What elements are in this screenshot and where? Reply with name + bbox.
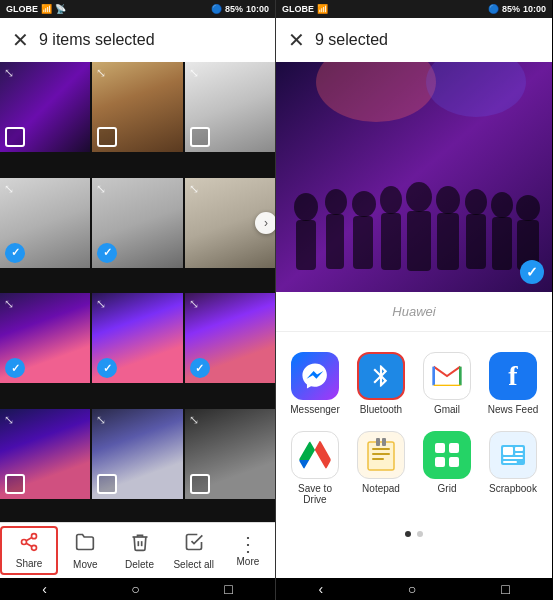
bluetooth-label: Bluetooth: [360, 404, 402, 415]
right-recents-button[interactable]: □: [501, 581, 509, 597]
expand-icon-9: ⤡: [189, 297, 199, 311]
right-toolbar: ✕ 9 selected: [276, 18, 552, 62]
svg-point-10: [325, 189, 347, 215]
photo-cell-1[interactable]: ⤡: [0, 62, 90, 152]
nav-select-all[interactable]: Select all: [167, 528, 221, 574]
app-newsfeed[interactable]: f News Feed: [480, 344, 546, 423]
right-carrier: GLOBE: [282, 4, 314, 14]
app-notepad[interactable]: Notepad: [348, 423, 414, 513]
photo-cell-7[interactable]: ⤡: [0, 293, 90, 383]
checkbox-2[interactable]: [97, 127, 117, 147]
more-label: More: [237, 556, 260, 567]
left-battery: 85%: [225, 4, 243, 14]
svg-rect-19: [437, 213, 459, 270]
checkbox-3[interactable]: [190, 127, 210, 147]
right-back-button[interactable]: ‹: [318, 581, 323, 597]
left-close-button[interactable]: ✕: [12, 28, 29, 52]
svg-rect-26: [368, 442, 394, 470]
expand-icon-1: ⤡: [4, 66, 14, 80]
right-selection-title: 9 selected: [315, 31, 540, 49]
checkbox-11[interactable]: [97, 474, 117, 494]
svg-rect-21: [466, 214, 486, 269]
svg-point-20: [465, 189, 487, 215]
right-bluetooth-icon: 🔵: [488, 4, 499, 14]
app-save-drive[interactable]: Save to Drive: [282, 423, 348, 513]
left-toolbar: ✕ 9 items selected: [0, 18, 275, 62]
app-bluetooth[interactable]: Bluetooth: [348, 344, 414, 423]
svg-point-22: [491, 192, 513, 218]
photo-cell-3[interactable]: ⤡: [185, 62, 275, 152]
expand-icon-2: ⤡: [96, 66, 106, 80]
svg-point-24: [516, 195, 540, 221]
left-carrier: GLOBE: [6, 4, 38, 14]
gmail-label: Gmail: [434, 404, 460, 415]
checkbox-9[interactable]: [190, 358, 210, 378]
photo-cell-10[interactable]: ⤡: [0, 409, 90, 499]
svg-rect-13: [353, 216, 373, 269]
svg-point-12: [352, 191, 376, 217]
expand-icon-4: ⤡: [4, 182, 14, 196]
left-bluetooth-icon: 🔵: [211, 4, 222, 14]
expand-icon-7: ⤡: [4, 297, 14, 311]
photo-cell-4[interactable]: ⤡: [0, 178, 90, 268]
right-close-button[interactable]: ✕: [288, 28, 305, 52]
large-photo[interactable]: ✓: [276, 62, 552, 292]
photo-cell-2[interactable]: ⤡: [92, 62, 182, 152]
app-scrapbook[interactable]: Scrapbook: [480, 423, 546, 513]
scroll-button[interactable]: ›: [255, 212, 275, 234]
nav-delete[interactable]: Delete: [112, 528, 166, 574]
photo-cell-6[interactable]: ⤡ ›: [185, 178, 275, 268]
svg-rect-28: [372, 453, 390, 455]
photo-cell-11[interactable]: ⤡: [92, 409, 182, 499]
dot-1: [405, 531, 411, 537]
app-grid[interactable]: Grid: [414, 423, 480, 513]
nav-more[interactable]: ⋮ More: [221, 530, 275, 571]
photo-cell-9[interactable]: ⤡: [185, 293, 275, 383]
expand-icon-8: ⤡: [96, 297, 106, 311]
delete-label: Delete: [125, 559, 154, 570]
photo-cell-5[interactable]: ⤡: [92, 178, 182, 268]
pagination-dots: [276, 525, 552, 543]
photo-cell-12[interactable]: ⤡: [185, 409, 275, 499]
svg-point-2: [32, 545, 37, 550]
dot-2: [417, 531, 423, 537]
app-gmail[interactable]: Gmail: [414, 344, 480, 423]
move-label: Move: [73, 559, 97, 570]
select-all-label: Select all: [173, 559, 214, 570]
expand-icon-10: ⤡: [4, 413, 14, 427]
checkbox-12[interactable]: [190, 474, 210, 494]
nav-move[interactable]: Move: [58, 528, 112, 574]
large-photo-check[interactable]: ✓: [520, 260, 544, 284]
select-all-icon: [184, 532, 204, 557]
share-apps-grid: Messenger Bluetooth: [276, 332, 552, 525]
photo-grid: ⤡ ⤡ ⤡ ⤡ ⤡ ⤡ ›: [0, 62, 275, 522]
recents-button[interactable]: □: [224, 581, 232, 597]
checkbox-4[interactable]: [5, 243, 25, 263]
home-button[interactable]: ○: [131, 581, 139, 597]
expand-icon-11: ⤡: [96, 413, 106, 427]
checkbox-10[interactable]: [5, 474, 25, 494]
svg-rect-39: [515, 453, 523, 455]
app-messenger[interactable]: Messenger: [282, 344, 348, 423]
svg-rect-15: [381, 213, 401, 270]
right-home-bar: ‹ ○ □: [276, 578, 552, 600]
nav-share[interactable]: Share: [0, 526, 58, 575]
back-button[interactable]: ‹: [42, 581, 47, 597]
right-home-button[interactable]: ○: [408, 581, 416, 597]
notepad-icon: [357, 431, 405, 479]
left-wifi-icon: 📡: [55, 4, 66, 14]
svg-point-18: [436, 186, 460, 214]
svg-rect-35: [449, 457, 459, 467]
gmail-icon: [423, 352, 471, 400]
share-icon: [19, 532, 39, 556]
checkbox-1[interactable]: [5, 127, 25, 147]
svg-point-0: [32, 534, 37, 539]
large-photo-bg: [276, 62, 552, 292]
move-icon: [75, 532, 95, 557]
grid-app-icon: [423, 431, 471, 479]
right-time: 10:00: [523, 4, 546, 14]
left-selection-title: 9 items selected: [39, 31, 263, 49]
scrapbook-label: Scrapbook: [489, 483, 537, 494]
photo-cell-8[interactable]: ⤡: [92, 293, 182, 383]
left-status-bar: GLOBE 📶 📡 🔵 85% 10:00: [0, 0, 275, 18]
